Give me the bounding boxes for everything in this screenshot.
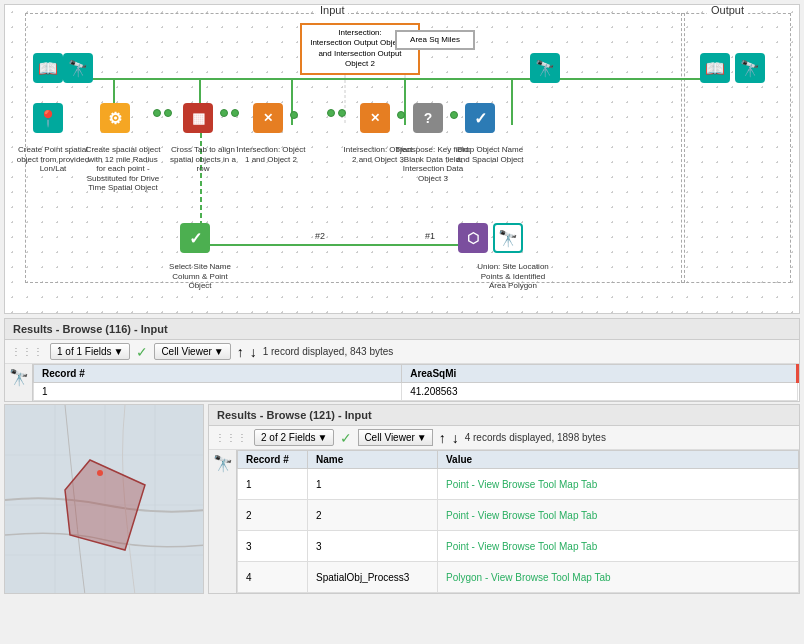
conn-dots-1: [153, 109, 172, 117]
table-row-bottom-2: 2 2 Point - View Browse Tool Map Tab: [238, 500, 799, 531]
node-union-bino[interactable]: 🔭: [493, 223, 523, 253]
blue-check-icon: ✓: [465, 103, 495, 133]
bottom-section: Results - Browse (121) - Input ⋮⋮⋮ 2 of …: [4, 404, 800, 594]
record-num-bottom-1: 1: [238, 469, 308, 500]
results-panel-bottom: Results - Browse (121) - Input ⋮⋮⋮ 2 of …: [208, 404, 800, 594]
book-input-icon: 📖: [33, 53, 63, 83]
area-sq-miles-box: Area Sq Miles: [395, 30, 475, 50]
row-icons-top: 🔭: [5, 364, 33, 401]
table-row-bottom-3: 3 3 Point - View Browse Tool Map Tab: [238, 531, 799, 562]
drag-handle-top: ⋮⋮⋮: [11, 346, 44, 357]
node-intersection1[interactable]: ✕: [253, 103, 283, 133]
cell-viewer-label-top: Cell Viewer: [161, 346, 211, 357]
col-areasqmi-top: AreaSqMi: [402, 365, 798, 383]
link-bottom-1[interactable]: Point - View Browse Tool Map Tab: [446, 479, 597, 490]
results-table-top: Record # AreaSqMi 1 41.208563: [33, 364, 799, 401]
value-bottom-1: Point - View Browse Tool Map Tab: [438, 469, 799, 500]
create-spatial-label: Create spacial object with 12 mile Radiu…: [83, 145, 163, 193]
out-binoculars-icon: 🔭: [735, 53, 765, 83]
name-bottom-1: 1: [308, 469, 438, 500]
drop-object-label: Drop Object Name and Spacial Object: [450, 145, 530, 164]
cross-tab-label: Cross Tab to align spatial objects in a …: [165, 145, 241, 174]
intersection1-icon: ✕: [253, 103, 283, 133]
purple-icon: ⬡: [458, 223, 488, 253]
fields-count-bottom: 2 of 2 Fields: [261, 432, 315, 443]
node-book-input[interactable]: 📖: [33, 53, 63, 83]
record-num-bottom-4: 4: [238, 562, 308, 593]
name-bottom-2: 2: [308, 500, 438, 531]
node-binoculars-input[interactable]: 🔭: [63, 53, 93, 83]
results-toolbar-top: ⋮⋮⋮ 1 of 1 Fields ▼ ✓ Cell Viewer ▼ ↑ ↓ …: [5, 340, 799, 364]
value-bottom-4: Polygon - View Browse Tool Map Tab: [438, 562, 799, 593]
results-toolbar-bottom: ⋮⋮⋮ 2 of 2 Fields ▼ ✓ Cell Viewer ▼ ↑ ↓ …: [209, 426, 799, 450]
record-num-bottom-2: 2: [238, 500, 308, 531]
binoculars-row-icon-bottom: 🔭: [213, 454, 233, 473]
fields-count-top: 1 of 1 Fields: [57, 346, 111, 357]
node-out-binoculars[interactable]: 🔭: [735, 53, 765, 83]
sort-down-top[interactable]: ↓: [250, 344, 257, 360]
record-num-top-1: 1: [34, 383, 402, 401]
svg-point-23: [97, 470, 103, 476]
fields-dropdown-bottom[interactable]: 2 of 2 Fields ▼: [254, 429, 334, 446]
conn-dot-3: [290, 109, 298, 121]
check-mark-top: ✓: [136, 344, 148, 360]
results-header-bottom: Results - Browse (121) - Input: [209, 405, 799, 426]
node-question[interactable]: ?: [413, 103, 443, 133]
cell-viewer-arrow-bottom: ▼: [417, 432, 427, 443]
sort-up-bottom[interactable]: ↑: [439, 430, 446, 446]
value-bottom-3: Point - View Browse Tool Map Tab: [438, 531, 799, 562]
gear-icon: ⚙: [100, 103, 130, 133]
node-out-book[interactable]: 📖: [700, 53, 730, 83]
output-label: Output: [707, 4, 748, 16]
conn-dots-4: [327, 109, 346, 117]
cell-viewer-label-bottom: Cell Viewer: [364, 432, 414, 443]
node-gear[interactable]: ⚙: [100, 103, 130, 133]
link-bottom-3[interactable]: Point - View Browse Tool Map Tab: [446, 541, 597, 552]
sort-down-bottom[interactable]: ↓: [452, 430, 459, 446]
value-bottom-2: Point - View Browse Tool Map Tab: [438, 500, 799, 531]
cell-viewer-dropdown-bottom[interactable]: Cell Viewer ▼: [358, 429, 432, 446]
results-content-top: 🔭 Record # AreaSqMi 1 41.208563: [5, 364, 799, 401]
dropdown-arrow-top: ▼: [113, 346, 123, 357]
cell-viewer-arrow-top: ▼: [214, 346, 224, 357]
node-intersection2[interactable]: ✕: [360, 103, 390, 133]
binoculars-input-icon: 🔭: [63, 53, 93, 83]
results-header-top: Results - Browse (116) - Input: [5, 319, 799, 340]
node-binoculars2[interactable]: 🔭: [530, 53, 560, 83]
workflow-canvas: Input Output #2 #1 📖 🔭: [4, 4, 800, 314]
cell-viewer-dropdown-top[interactable]: Cell Viewer ▼: [154, 343, 230, 360]
row-icons-bottom: 🔭: [209, 450, 237, 593]
conn-dot-5: [397, 109, 405, 121]
intersection2-icon: ✕: [360, 103, 390, 133]
green-check-icon: ✓: [180, 223, 210, 253]
record-num-bottom-3: 3: [238, 531, 308, 562]
node-blue-check[interactable]: ✓: [465, 103, 495, 133]
col-record-top: Record #: [34, 365, 402, 383]
table-row-bottom-1: 1 1 Point - View Browse Tool Map Tab: [238, 469, 799, 500]
results-content-bottom: 🔭 Record # Name Value 1 1 Point - View B…: [209, 450, 799, 593]
intersection1-label: Intersection: Object 1 and Object 2: [235, 145, 307, 164]
map-svg: [5, 405, 204, 594]
node-purple[interactable]: ⬡: [458, 223, 488, 253]
fields-dropdown-top[interactable]: 1 of 1 Fields ▼: [50, 343, 130, 360]
dropdown-arrow-bottom: ▼: [317, 432, 327, 443]
table-row-top-1: 1 41.208563: [34, 383, 798, 401]
node-green-check[interactable]: ✓: [180, 223, 210, 253]
col-name-bottom: Name: [308, 451, 438, 469]
table-icon: ▦: [183, 103, 213, 133]
sort-up-top[interactable]: ↑: [237, 344, 244, 360]
name-bottom-4: SpatialObj_Process3: [308, 562, 438, 593]
name-bottom-3: 3: [308, 531, 438, 562]
node-location[interactable]: 📍: [33, 103, 63, 133]
record-info-top: 1 record displayed, 843 bytes: [263, 346, 394, 357]
create-point-label: Create Point spatial object from provide…: [13, 145, 93, 174]
drag-handle-bottom: ⋮⋮⋮: [215, 432, 248, 443]
link-bottom-2[interactable]: Point - View Browse Tool Map Tab: [446, 510, 597, 521]
conn-dots-2: [220, 109, 239, 117]
results-panel-top: Results - Browse (116) - Input ⋮⋮⋮ 1 of …: [4, 318, 800, 402]
link-bottom-4[interactable]: Polygon - View Browse Tool Map Tab: [446, 572, 611, 583]
map-panel: [4, 404, 204, 594]
value-top-1: 41.208563: [402, 383, 798, 401]
union-label: Union: Site Location Points & Identified…: [473, 262, 553, 291]
node-table[interactable]: ▦: [183, 103, 213, 133]
